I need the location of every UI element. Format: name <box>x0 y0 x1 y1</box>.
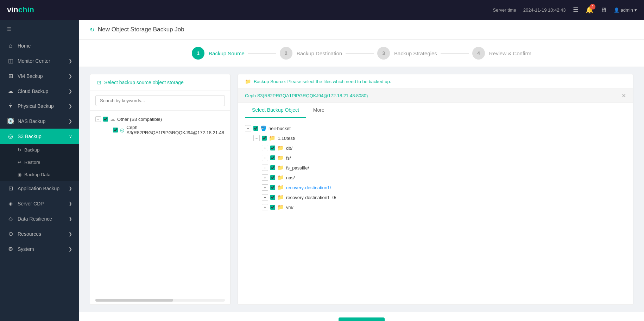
folder-icon-db: 📁 <box>277 145 284 151</box>
stepper: 1 Backup Source 2 Backup Destination 3 B… <box>79 40 644 67</box>
expand-fs[interactable]: + <box>262 155 268 161</box>
expand-fs-passfile[interactable]: + <box>262 165 268 171</box>
page-title: New Object Storage Backup Job <box>98 26 184 33</box>
vm-backup-arrow: ❯ <box>69 74 72 79</box>
path-close-icon[interactable]: ✕ <box>621 92 626 99</box>
physical-backup-icon: 🗄 <box>7 103 14 109</box>
search-input[interactable] <box>95 95 225 106</box>
sidebar-item-home[interactable]: ⌂ Home <box>0 38 79 53</box>
user-menu[interactable]: 👤 admin ▾ <box>614 7 637 13</box>
cloud-icon-other: ☁ <box>110 116 115 122</box>
physical-backup-arrow: ❯ <box>69 104 72 109</box>
s3-backup-icon: ◎ <box>7 133 14 140</box>
checkbox-nas[interactable] <box>270 175 275 180</box>
resources-icon: ⊙ <box>7 230 14 237</box>
expand-nas[interactable]: + <box>262 174 268 181</box>
file-tree: − 🪣 neil-bucket − 📁 1.10test/ <box>238 118 633 304</box>
notification-icon[interactable]: 🔔 2 <box>586 6 593 14</box>
s3-backup-arrow: ∨ <box>69 134 72 139</box>
checkbox-fs[interactable] <box>270 155 275 160</box>
folder-icon-nas: 📁 <box>277 174 284 181</box>
folder-icon-1-10test: 📁 <box>269 135 276 141</box>
data-resilience-arrow: ❯ <box>69 216 72 221</box>
sidebar-sub-backup-data[interactable]: ◉ Backup Data <box>0 168 79 181</box>
sidebar-item-application-backup[interactable]: ⊡ Application Backup ❯ <box>0 181 79 196</box>
tree-checkbox-ceph[interactable] <box>113 128 118 132</box>
cloud-backup-icon: ☁ <box>7 88 14 94</box>
checkbox-recovery-dest1[interactable] <box>270 185 275 190</box>
left-panel-header-icon: ⊡ <box>97 80 101 85</box>
label-recovery-dest1: recovery-destination1/ <box>286 185 331 190</box>
tree-node-other-s3: − ☁ Other (S3 compatible) <box>95 115 225 123</box>
checkbox-neil-bucket[interactable] <box>253 126 258 131</box>
step-2-circle: 2 <box>280 47 292 60</box>
sidebar-item-vm-backup[interactable]: ⊞ VM Backup ❯ <box>0 68 79 84</box>
checkbox-1-10test[interactable] <box>262 136 267 141</box>
file-node-fs: + 📁 fs/ <box>262 153 626 163</box>
next-button[interactable]: Next ⊙ <box>339 317 385 321</box>
sidebar-sub-restore[interactable]: ↩ Restore <box>0 156 79 168</box>
sidebar-label-vm-backup: VM Backup <box>18 73 43 79</box>
expand-vm[interactable]: + <box>262 204 268 210</box>
indent-nas: + 📁 nas/ <box>245 173 626 183</box>
monitor-icon[interactable]: 🖥 <box>600 6 607 14</box>
expand-neil-bucket[interactable]: − <box>245 125 251 131</box>
sidebar-item-physical-backup[interactable]: 🗄 Physical Backup ❯ <box>0 99 79 113</box>
label-neil-bucket: neil-bucket <box>269 126 291 131</box>
sidebar-sub-s3: ↻ Backup ↩ Restore ◉ Backup Data <box>0 144 79 181</box>
step-connector-3 <box>441 53 469 54</box>
step-1-circle: 1 <box>192 47 204 60</box>
sidebar-item-system[interactable]: ⚙ System ❯ <box>0 241 79 257</box>
content-area: ⊡ Select backup source object storage − … <box>79 67 644 312</box>
horizontal-scrollbar-thumb-left[interactable] <box>95 299 173 302</box>
tab-more[interactable]: More <box>306 103 332 118</box>
sidebar-item-server-cdp[interactable]: ◈ Server CDP ❯ <box>0 196 79 211</box>
file-node-1-10test: − 📁 1.10test/ <box>253 133 626 143</box>
tree-expand-other-s3[interactable]: − <box>95 116 101 122</box>
label-1-10test: 1.10test/ <box>278 136 295 141</box>
sidebar-item-s3-backup[interactable]: ◎ S3 Backup ∨ <box>0 129 79 144</box>
step-4-label: Review & Confirm <box>489 50 531 56</box>
sidebar-item-data-resilience[interactable]: ◇ Data Resilience ❯ <box>0 211 79 226</box>
horizontal-scrollbar-left[interactable] <box>95 299 225 302</box>
file-node-neil-bucket: − 🪣 neil-bucket <box>245 123 626 133</box>
checkbox-fs-passfile[interactable] <box>270 165 275 170</box>
checkbox-recovery-dest1-0[interactable] <box>270 195 275 200</box>
sidebar-item-monitor-center[interactable]: ◫ Monitor Center ❯ <box>0 53 79 68</box>
folder-icon-fs-passfile: 📁 <box>277 165 284 171</box>
sidebar-sub-backup[interactable]: ↻ Backup <box>0 144 79 156</box>
scroll-area-left <box>90 296 230 304</box>
folder-icon-recovery-dest1-0: 📁 <box>277 194 284 200</box>
sidebar-item-nas-backup[interactable]: 💽 NAS Backup ❯ <box>0 113 79 129</box>
restore-icon: ↩ <box>18 160 21 165</box>
expand-recovery-dest1-0[interactable]: + <box>262 194 268 200</box>
notification-badge: 2 <box>590 4 595 10</box>
sidebar-item-cloud-backup[interactable]: ☁ Cloud Backup ❯ <box>0 84 79 99</box>
data-resilience-icon: ◇ <box>7 215 14 222</box>
checkbox-db[interactable] <box>270 146 275 150</box>
tree-label-other-s3: Other (S3 compatible) <box>117 117 162 122</box>
panel-search <box>90 91 230 111</box>
expand-1-10test[interactable]: − <box>253 135 260 141</box>
monitor-center-arrow: ❯ <box>69 58 72 63</box>
file-node-fs-passfile: + 📁 fs_passfile/ <box>262 163 626 173</box>
file-node-db: + 📁 db/ <box>262 143 626 153</box>
menu-toggle[interactable]: ≡ <box>0 20 79 38</box>
nas-backup-icon: 💽 <box>7 118 14 124</box>
label-fs-passfile: fs_passfile/ <box>286 165 309 171</box>
sidebar-item-resources[interactable]: ⊙ Resources ❯ <box>0 226 79 241</box>
right-panel-folder-icon: 📁 <box>245 79 251 84</box>
server-cdp-icon: ◈ <box>7 200 14 207</box>
expand-db[interactable]: + <box>262 145 268 151</box>
tree-node-ceph: ◎ Ceph S3(R82PRGQA1PIPGRQQKJ94@172.18.21… <box>106 123 225 137</box>
list-icon[interactable]: ☰ <box>573 6 579 14</box>
expand-recovery-dest1[interactable]: + <box>262 184 268 191</box>
tree-checkbox-other-s3[interactable] <box>103 117 108 122</box>
sidebar-label-s3-backup: S3 Backup <box>18 134 42 139</box>
sidebar-label-home: Home <box>18 43 31 49</box>
label-nas: nas/ <box>286 175 295 180</box>
checkbox-vm[interactable] <box>270 205 275 210</box>
application-backup-icon: ⊡ <box>7 185 14 192</box>
file-node-recovery-dest1: + 📁 recovery-destination1/ <box>262 183 626 192</box>
tab-select-backup-object[interactable]: Select Backup Object <box>245 103 306 118</box>
